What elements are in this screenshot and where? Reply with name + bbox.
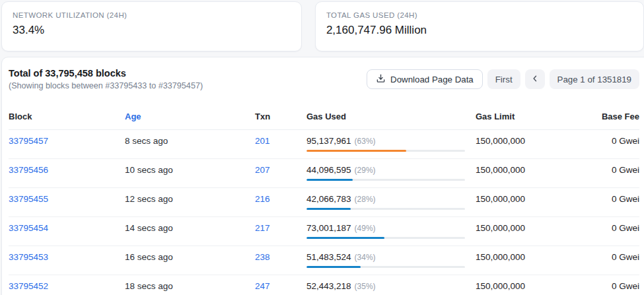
network-utilization-card: NETWORK UTILIZATION (24H) 33.4% bbox=[1, 1, 302, 51]
gas-used-bar bbox=[306, 150, 465, 152]
download-page-data-button[interactable]: Download Page Data bbox=[367, 69, 483, 89]
blocks-summary: Total of 33,795,458 blocks (Showing bloc… bbox=[9, 67, 203, 92]
blocks-panel-header: Total of 33,795,458 blocks (Showing bloc… bbox=[9, 67, 639, 92]
gas-used-cell: 51,483,524 (34%) bbox=[306, 252, 476, 268]
gas-used-bar bbox=[306, 179, 465, 181]
block-age: 10 secs ago bbox=[125, 165, 255, 175]
gas-used-value: 73,001,187 bbox=[306, 223, 351, 233]
gas-used-value: 51,483,524 bbox=[306, 252, 351, 262]
base-fee-value: 0 Gwei bbox=[557, 252, 639, 262]
blocks-panel-actions: Download Page Data First Page 1 of 13518… bbox=[367, 69, 639, 89]
gas-used-cell: 73,001,187 (49%) bbox=[306, 223, 476, 239]
block-number-link[interactable]: 33795452 bbox=[9, 281, 48, 291]
gas-used-value: 95,137,961 bbox=[306, 136, 351, 146]
table-row: 33795455 12 secs ago 216 42,066,783 (28%… bbox=[9, 188, 639, 217]
block-age: 14 secs ago bbox=[125, 223, 255, 233]
gas-used-cell: 42,066,783 (28%) bbox=[306, 194, 476, 210]
gas-used-bar-fill bbox=[306, 208, 351, 210]
txn-count-link[interactable]: 216 bbox=[255, 194, 270, 204]
txn-count-link[interactable]: 238 bbox=[255, 252, 270, 262]
table-row: 33795454 14 secs ago 217 73,001,187 (49%… bbox=[9, 217, 639, 246]
block-age: 8 secs ago bbox=[125, 136, 255, 146]
base-fee-value: 0 Gwei bbox=[557, 281, 639, 291]
page-indicator: Page 1 of 1351819 bbox=[550, 69, 639, 89]
blocks-panel: Total of 33,795,458 blocks (Showing bloc… bbox=[1, 57, 644, 295]
pagination-first-button[interactable]: First bbox=[487, 69, 520, 89]
blocks-range-text: (Showing blocks between #33795433 to #33… bbox=[9, 81, 203, 92]
gas-used-percent: (29%) bbox=[355, 166, 376, 175]
gas-used-bar-fill bbox=[306, 179, 353, 181]
gas-limit-value: 150,000,000 bbox=[476, 136, 557, 146]
gas-used-value: 44,096,595 bbox=[306, 165, 351, 175]
block-number-link[interactable]: 33795456 bbox=[9, 165, 48, 175]
total-gas-used-label: TOTAL GAS USED (24H) bbox=[326, 11, 633, 19]
gas-used-bar bbox=[306, 266, 465, 268]
network-utilization-value: 33.4% bbox=[13, 24, 291, 37]
stats-row: NETWORK UTILIZATION (24H) 33.4% TOTAL GA… bbox=[0, 0, 644, 51]
table-row: 33795456 10 secs ago 207 44,096,595 (29%… bbox=[9, 159, 639, 188]
gas-limit-value: 150,000,000 bbox=[476, 252, 557, 262]
block-number-link[interactable]: 33795455 bbox=[9, 194, 48, 204]
gas-limit-value: 150,000,000 bbox=[476, 223, 557, 233]
txn-count-link[interactable]: 207 bbox=[255, 165, 270, 175]
total-gas-used-card: TOTAL GAS USED (24H) 2,160,747.96 Millio… bbox=[315, 1, 644, 51]
pagination-prev-button[interactable] bbox=[525, 69, 545, 89]
gas-used-bar-fill bbox=[306, 266, 361, 268]
gas-used-percent: (49%) bbox=[355, 224, 376, 233]
base-fee-value: 0 Gwei bbox=[557, 165, 639, 175]
column-header-gas-used: Gas Used bbox=[306, 112, 476, 121]
table-row: 33795457 8 secs ago 201 95,137,961 (63%)… bbox=[9, 130, 639, 159]
base-fee-value: 0 Gwei bbox=[557, 194, 639, 204]
block-number-link[interactable]: 33795454 bbox=[9, 223, 48, 233]
gas-used-bar-fill bbox=[306, 150, 406, 152]
gas-used-cell: 95,137,961 (63%) bbox=[306, 136, 476, 152]
table-row: 33795452 18 secs ago 247 52,443,218 (35%… bbox=[9, 275, 639, 295]
column-header-block: Block bbox=[9, 112, 125, 121]
gas-used-percent: (34%) bbox=[355, 253, 376, 262]
table-header-row: Block Age Txn Gas Used Gas Limit Base Fe… bbox=[9, 102, 639, 130]
gas-limit-value: 150,000,000 bbox=[476, 165, 557, 175]
txn-count-link[interactable]: 217 bbox=[255, 223, 270, 233]
txn-count-link[interactable]: 201 bbox=[255, 136, 270, 146]
block-number-link[interactable]: 33795457 bbox=[9, 136, 48, 146]
gas-used-bar-fill bbox=[306, 237, 384, 239]
gas-used-cell: 44,096,595 (29%) bbox=[306, 165, 476, 181]
txn-count-link[interactable]: 247 bbox=[255, 281, 270, 291]
gas-limit-value: 150,000,000 bbox=[476, 281, 557, 291]
gas-used-percent: (35%) bbox=[355, 282, 376, 291]
gas-used-bar bbox=[306, 237, 465, 239]
gas-limit-value: 150,000,000 bbox=[476, 194, 557, 204]
column-header-age[interactable]: Age bbox=[125, 112, 255, 121]
blocks-total-text: Total of 33,795,458 blocks bbox=[9, 67, 203, 80]
block-age: 16 secs ago bbox=[125, 252, 255, 262]
download-button-label: Download Page Data bbox=[390, 75, 474, 84]
base-fee-value: 0 Gwei bbox=[557, 223, 639, 233]
total-gas-used-value: 2,160,747.96 Million bbox=[326, 24, 633, 37]
gas-used-bar bbox=[306, 208, 465, 210]
column-header-base-fee: Base Fee bbox=[557, 112, 639, 121]
column-header-gas-limit: Gas Limit bbox=[476, 112, 557, 121]
block-age: 18 secs ago bbox=[125, 281, 255, 291]
network-utilization-label: NETWORK UTILIZATION (24H) bbox=[13, 11, 291, 19]
download-icon bbox=[376, 73, 386, 85]
gas-used-percent: (28%) bbox=[355, 195, 376, 204]
gas-used-percent: (63%) bbox=[355, 137, 376, 146]
table-row: 33795453 16 secs ago 238 51,483,524 (34%… bbox=[9, 246, 639, 275]
table-body: 33795457 8 secs ago 201 95,137,961 (63%)… bbox=[9, 130, 639, 295]
gas-used-value: 52,443,218 bbox=[306, 281, 351, 291]
gas-used-value: 42,066,783 bbox=[306, 194, 351, 204]
block-number-link[interactable]: 33795453 bbox=[9, 252, 48, 262]
base-fee-value: 0 Gwei bbox=[557, 136, 639, 146]
column-header-txn: Txn bbox=[255, 112, 306, 121]
chevron-left-icon bbox=[531, 75, 539, 84]
gas-used-cell: 52,443,218 (35%) bbox=[306, 281, 476, 295]
block-age: 12 secs ago bbox=[125, 194, 255, 204]
